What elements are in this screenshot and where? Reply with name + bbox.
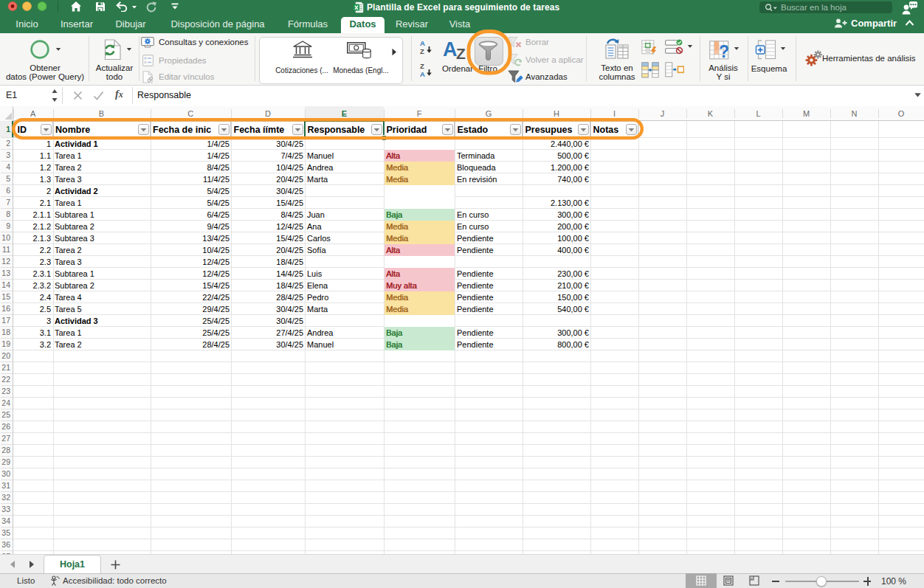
svg-text:Z: Z [420, 62, 424, 70]
svg-text:A: A [443, 38, 458, 60]
svg-text:Z: Z [420, 47, 424, 55]
svg-text:A: A [420, 39, 425, 47]
svg-text:?: ? [719, 42, 729, 60]
svg-text:A: A [420, 70, 425, 78]
